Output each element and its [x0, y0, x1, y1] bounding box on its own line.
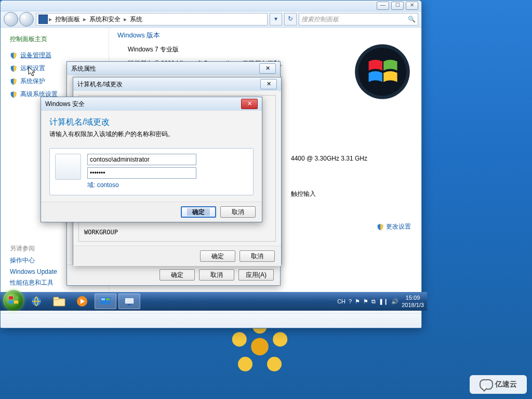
cloud-icon: [480, 379, 493, 390]
windows-security-dialog: Windows 安全 ✕ 计算机名/域更改 请输入有权限加入该域的帐户的名称和密…: [41, 97, 262, 222]
watermark: 亿速云: [470, 375, 527, 394]
crumb-system[interactable]: 系统: [128, 15, 144, 24]
svg-point-5: [251, 338, 269, 355]
domain-label: 域: contoso: [87, 181, 248, 190]
shield-icon: [377, 223, 384, 231]
apply-button[interactable]: 应用(A): [238, 269, 274, 281]
user-avatar-icon: [55, 154, 81, 180]
tray-security-icon[interactable]: ⚑: [355, 298, 360, 305]
window-statusbar: [1, 313, 421, 328]
touch-input-label: 触控输入: [291, 190, 316, 198]
dialog-instruction: 请输入有权限加入该域的帐户的名称和密码。: [49, 130, 254, 139]
svg-rect-16: [128, 304, 131, 305]
shield-icon: [10, 91, 17, 98]
system-tray[interactable]: CH ? ⚑ ⚑ ⧉ ❚❙ 🔊 15:09 2018/1/3: [337, 294, 424, 309]
start-button[interactable]: [3, 290, 24, 311]
nav-back-button[interactable]: [4, 12, 18, 26]
svg-rect-10: [54, 297, 59, 300]
taskbar-ie-icon[interactable]: [26, 294, 47, 309]
svg-rect-13: [101, 298, 105, 300]
svg-point-2: [267, 357, 282, 371]
dialog-heading: 计算机名/域更改: [49, 117, 254, 128]
svg-rect-15: [125, 298, 134, 304]
dialog-titlebar[interactable]: 计算机名/域更改 ✕: [73, 77, 281, 91]
close-button[interactable]: ✕: [406, 2, 418, 10]
tray-clock[interactable]: 15:09 2018/1/3: [402, 294, 424, 309]
refresh-button[interactable]: ↻: [284, 13, 297, 25]
username-input[interactable]: [87, 154, 196, 165]
password-input[interactable]: [87, 167, 196, 179]
ok-button[interactable]: 确定: [181, 206, 216, 218]
ok-button[interactable]: 确定: [159, 269, 195, 281]
minimize-button[interactable]: —: [377, 2, 389, 10]
crumb-system-security[interactable]: 系统和安全: [87, 15, 123, 24]
chevron-right-icon: ▸: [83, 16, 86, 23]
tray-language[interactable]: CH: [337, 298, 345, 304]
svg-point-3: [238, 357, 252, 371]
tray-volume-icon[interactable]: 🔊: [391, 298, 398, 305]
svg-rect-14: [106, 298, 110, 300]
chevron-right-icon: ▸: [124, 16, 127, 23]
chevron-right-icon: ▸: [49, 16, 52, 23]
cancel-button[interactable]: 取消: [220, 206, 256, 218]
taskbar-control-panel-icon[interactable]: [95, 294, 116, 309]
breadcrumb[interactable]: ▸ 控制面板 ▸ 系统和安全 ▸ 系统: [36, 13, 268, 25]
windows-edition-heading: Windows 版本: [117, 31, 413, 40]
ok-button[interactable]: 确定: [200, 250, 235, 262]
tray-help-icon[interactable]: ?: [349, 298, 352, 304]
search-placeholder: 搜索控制面板: [301, 15, 339, 24]
tray-action-center-icon[interactable]: ⚑: [363, 298, 368, 305]
sidebar-home-link[interactable]: 控制面板主页: [10, 35, 109, 44]
svg-point-7: [358, 48, 406, 96]
computer-icon: [38, 15, 48, 24]
sidebar-device-manager[interactable]: 设备管理器: [10, 51, 109, 60]
dialog-titlebar[interactable]: 系统属性 ✕: [67, 62, 280, 75]
cancel-button[interactable]: 取消: [240, 250, 275, 262]
address-dropdown[interactable]: ▾: [270, 13, 282, 25]
crumb-control-panel[interactable]: 控制面板: [53, 15, 82, 24]
taskbar[interactable]: CH ? ⚑ ⚑ ⧉ ❚❙ 🔊 15:09 2018/1/3: [0, 292, 427, 311]
shield-icon: [10, 52, 17, 59]
taskbar-explorer-icon[interactable]: [49, 294, 70, 309]
search-icon: 🔍: [408, 16, 416, 23]
close-icon[interactable]: ✕: [241, 99, 258, 109]
cancel-button[interactable]: 取消: [199, 269, 234, 281]
shield-icon: [10, 65, 17, 72]
workgroup-value: WORKGROUP: [84, 229, 270, 236]
search-input[interactable]: 搜索控制面板 🔍: [299, 13, 418, 25]
svg-point-4: [232, 332, 247, 347]
taskbar-media-player-icon[interactable]: [72, 294, 92, 309]
dialog-titlebar[interactable]: Windows 安全 ✕: [41, 97, 262, 111]
taskbar-system-icon[interactable]: [118, 294, 140, 309]
change-settings-link[interactable]: 更改设置: [377, 222, 411, 231]
tray-tools-icon[interactable]: ⧉: [371, 298, 376, 305]
windows-logo-icon: [354, 43, 411, 100]
close-icon[interactable]: ✕: [260, 79, 277, 89]
maximize-button[interactable]: ☐: [391, 2, 404, 10]
svg-point-1: [273, 332, 287, 347]
shield-icon: [10, 78, 17, 85]
window-titlebar[interactable]: — ☐ ✕: [1, 1, 421, 11]
tray-network-icon[interactable]: ❚❙: [379, 298, 388, 305]
close-icon[interactable]: ✕: [259, 63, 276, 74]
nav-forward-button[interactable]: [19, 12, 34, 26]
address-bar: ▸ 控制面板 ▸ 系统和安全 ▸ 系统 ▾ ↻ 搜索控制面板 🔍: [1, 11, 421, 28]
credential-box: 域: contoso: [49, 148, 254, 195]
cpu-info: 4400 @ 3.30GHz 3.31 GHz: [291, 155, 367, 162]
